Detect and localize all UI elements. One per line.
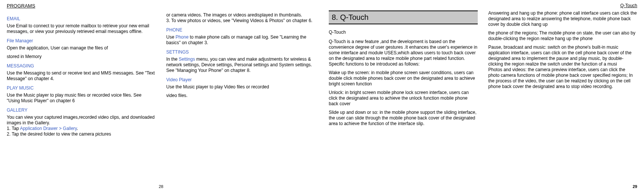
qtouch-photos: Photos and videos: the camera preview in… [488,67,637,90]
gallery-step-1c: . [77,126,78,131]
video-player-heading: Video Player [166,77,315,83]
gallery-step-1a: 1. Tap [7,126,20,131]
settings-link: Settings [179,57,195,62]
page-number-left: 28 [159,184,163,189]
phone-heading: PHONE [166,27,315,33]
gallery-link: Application Drawer > Gallery [20,126,77,131]
settings-text-a: In the [166,57,179,62]
qtouch-unlock: Unlock: in bright screen mobile phone lo… [329,90,478,107]
qtouch-slide: Slide up and down or so: in the mobile p… [329,110,478,127]
gallery-step-2: 2. Tap the desired folder to view the ca… [7,131,156,137]
video-player-text-2: video files. [166,93,315,98]
play-music-text: Use the Music player to play music files… [7,93,156,104]
gallery-heading: GALLERY [7,107,156,113]
right-col-2: Answering and hang up the phone: phone c… [488,10,637,130]
phone-text-a: Use [166,34,176,40]
settings-heading: SETTINGS [166,49,315,55]
header-qtouch: Q-Touch [329,3,637,8]
gallery-text-1: You can view your captured images,record… [7,115,156,126]
gallery-cont-1: or camera videos. The images or videos a… [166,12,315,18]
gallery-step-1: 1. Tap Application Drawer > Gallery. [7,126,156,131]
right-columns: 8. Q-Touch Q-Touch Q-Touch is a new feat… [329,10,637,130]
qtouch-pause: Pause, broadcast and music: switch on th… [488,45,637,67]
page-number-right: 29 [633,184,637,189]
phone-link: Phone [176,34,189,40]
phone-text: Use Phone to make phone calls or manage … [166,34,315,46]
email-heading: EMAIL [7,16,156,22]
qtouch-subtitle: Q-Touch [329,30,478,35]
gallery-cont-2: 3. To view photos or videos, see "Viewin… [166,18,315,24]
qtouch-wake: Wake up the screen: in mobile phone scre… [329,70,478,87]
email-text: Use Email to connect to your remote mail… [7,23,156,34]
page-left: PROGRAMS EMAIL Use Email to connect to y… [0,0,322,191]
qtouch-answer: Answering and hang up the phone: phone c… [488,10,637,27]
file-manager-text-2: stored in Memory [7,54,156,60]
settings-text: In the Settings menu, you can view and m… [166,57,315,73]
left-columns: EMAIL Use Email to connect to your remot… [7,12,315,137]
file-manager-heading: File Manager [7,38,156,44]
qtouch-region: the phone of the regions; The mobile pho… [488,30,637,42]
video-player-text-1: Use the Music player to play Video files… [166,84,315,90]
messaging-text: Use the Messaging to send or receive tex… [7,70,156,82]
header-programs: PROGRAMS [7,3,315,9]
messaging-heading: MESSAGING [7,63,156,69]
page-right: Q-Touch 8. Q-Touch Q-Touch Q-Touch is a … [322,0,644,191]
right-col-1: 8. Q-Touch Q-Touch Q-Touch is a new feat… [329,10,478,130]
left-col-2: or camera videos. The images or videos a… [166,12,315,137]
section-banner: 8. Q-Touch [329,10,478,24]
file-manager-text-1: Open the application, User can manage th… [7,45,156,51]
play-music-heading: PLAY MUSIC [7,85,156,91]
left-col-1: EMAIL Use Email to connect to your remot… [7,12,156,137]
qtouch-intro: Q-Touch is a new feature ,and the develo… [329,39,478,67]
